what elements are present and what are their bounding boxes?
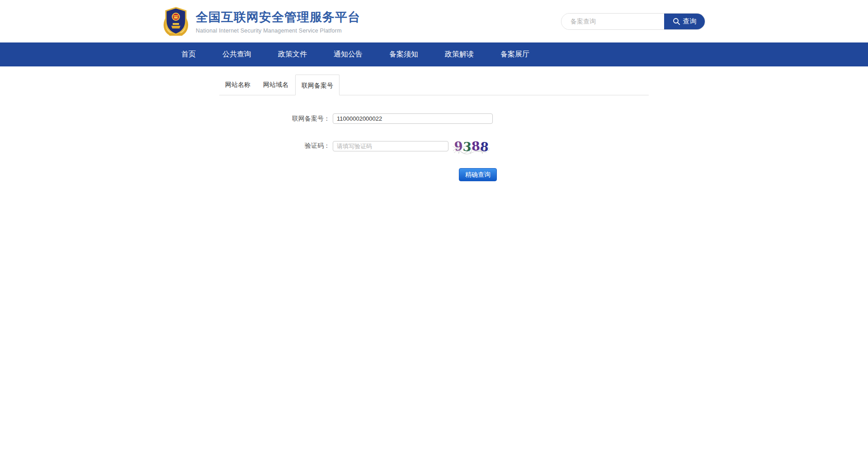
tab-record-number[interactable]: 联网备案号 <box>295 75 340 95</box>
captcha-digit-1: 9 <box>454 139 463 154</box>
captcha-row: 验证码： 9 3 8 8 <box>219 137 649 155</box>
captcha-image[interactable]: 9 3 8 8 <box>452 137 491 155</box>
header-search-box: 查询 <box>561 13 705 30</box>
nav-item-home[interactable]: 首页 <box>181 50 196 59</box>
nav-item-public-query[interactable]: 公共查询 <box>222 50 251 59</box>
captcha-digit-3: 8 <box>471 139 480 153</box>
main-content: 网站名称 网站域名 联网备案号 联网备案号： 验证码： <box>0 75 868 181</box>
captcha-label: 验证码： <box>219 142 333 150</box>
nav-item-notices[interactable]: 通知公告 <box>334 50 363 59</box>
brand-block: 全国互联网安全管理服务平台 National Internet Security… <box>196 9 360 34</box>
main-nav: 首页 公共查询 政策文件 通知公告 备案须知 政策解读 备案展厅 <box>0 42 868 66</box>
record-query-form: 联网备案号： 验证码： 9 3 <box>219 113 649 181</box>
site-title: 全国互联网安全管理服务平台 <box>196 9 360 25</box>
submit-row: 精确查询 <box>219 168 649 181</box>
record-search-input[interactable] <box>561 14 664 29</box>
nav-item-record-hall[interactable]: 备案展厅 <box>500 50 529 59</box>
nav-container: 首页 公共查询 政策文件 通知公告 备案须知 政策解读 备案展厅 <box>163 42 705 66</box>
site-subtitle: National Internet Security Management Se… <box>196 28 360 34</box>
page-header: 全国互联网安全管理服务平台 National Internet Security… <box>0 0 868 42</box>
nav-item-policy-docs[interactable]: 政策文件 <box>278 50 307 59</box>
record-number-row: 联网备案号： <box>219 113 649 124</box>
police-badge-logo-icon <box>163 6 189 37</box>
search-icon <box>673 18 680 25</box>
record-number-label: 联网备案号： <box>219 115 333 123</box>
exact-query-button[interactable]: 精确查询 <box>459 168 497 181</box>
tab-site-name[interactable]: 网站名称 <box>219 74 256 95</box>
header-container: 全国互联网安全管理服务平台 National Internet Security… <box>163 0 705 42</box>
captcha-input[interactable] <box>333 141 448 151</box>
record-number-input[interactable] <box>333 113 493 124</box>
search-button-label: 查询 <box>683 17 697 26</box>
captcha-digit-2: 3 <box>462 140 472 154</box>
query-tabs: 网站名称 网站域名 联网备案号 <box>219 75 649 95</box>
nav-item-policy-reading[interactable]: 政策解读 <box>445 50 474 59</box>
tab-site-domain[interactable]: 网站域名 <box>257 74 294 95</box>
query-panel: 网站名称 网站域名 联网备案号 联网备案号： 验证码： <box>219 75 649 181</box>
nav-item-record-guide[interactable]: 备案须知 <box>389 50 418 59</box>
search-button[interactable]: 查询 <box>664 14 705 29</box>
captcha-digit-4: 8 <box>480 140 489 155</box>
